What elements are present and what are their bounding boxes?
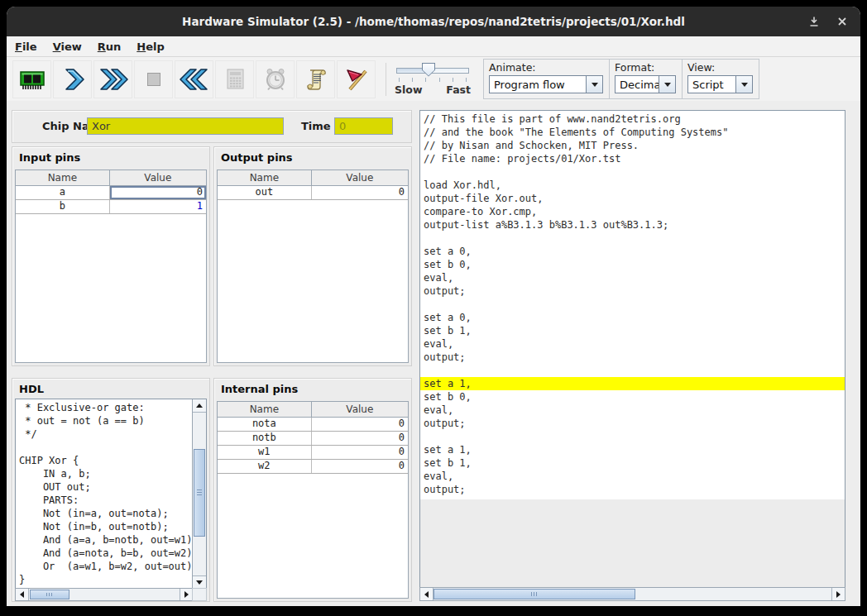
triangle-left-icon [424, 591, 429, 598]
hdl-panel: HDL * Exclusive-or gate: * out = not (a … [12, 378, 210, 602]
clock-button [256, 60, 295, 98]
menu-bar: File View Run Help [7, 36, 860, 57]
slider-ticks [395, 78, 471, 83]
stop-icon [141, 66, 167, 93]
chevron-down-icon [664, 83, 671, 87]
table-row: b 1 [16, 200, 206, 214]
pin-value-cell: 0 [312, 460, 408, 473]
animate-group: Animate: Program flow [483, 59, 610, 99]
triangle-up-icon [196, 404, 203, 408]
calculator-icon [222, 66, 248, 93]
run-button[interactable] [93, 60, 132, 98]
internal-pins-panel: Internal pins Name Value nota 0 notb 0 w… [213, 378, 412, 602]
table-row: a 0 [16, 186, 206, 200]
slider-slow-label: Slow [395, 84, 422, 96]
format-select-arrow[interactable] [659, 76, 675, 93]
minimize-icon [808, 16, 820, 27]
time-field: 0 [334, 117, 393, 135]
toolbar: Slow Fast Animate: Program flow Format: … [7, 57, 860, 102]
load-chip-button[interactable] [12, 60, 51, 98]
triangle-right-icon [184, 591, 189, 598]
minimize-button[interactable] [807, 15, 821, 28]
table-header: Name Value [218, 402, 408, 418]
table-row: nota 0 [218, 418, 408, 432]
internal-pins-title: Internal pins [214, 379, 411, 397]
output-pins-panel: Output pins Name Value out 0 [213, 146, 412, 366]
scroll-right-button[interactable] [831, 588, 845, 600]
main-content: Chip Name : Xor Time : 0 Input pins Name… [7, 101, 860, 606]
output-pins-title: Output pins [214, 147, 411, 165]
input-pins-panel: Input pins Name Value a 0 b 1 [12, 146, 210, 366]
table-header: Name Value [16, 170, 206, 186]
single-step-icon [60, 66, 86, 93]
hdl-code-view[interactable]: * Exclusive-or gate: * out = not (a == b… [15, 399, 207, 590]
menu-run[interactable]: Run [98, 41, 122, 53]
scroll-left-button[interactable] [16, 589, 29, 600]
table-row: w2 0 [218, 460, 408, 474]
pin-value-cell[interactable]: 0 [110, 186, 206, 199]
horizontal-scroll-thumb[interactable] [30, 590, 69, 599]
menu-view[interactable]: View [53, 41, 82, 53]
table-row: notb 0 [218, 432, 408, 446]
load-script-button[interactable] [296, 60, 335, 98]
single-step-button[interactable] [53, 60, 92, 98]
close-icon [837, 17, 847, 26]
triangle-left-icon [20, 591, 24, 598]
table-row: w1 0 [218, 446, 408, 460]
breakpoint-button[interactable] [337, 60, 376, 98]
hdl-horizontal-scrollbar[interactable] [15, 588, 194, 601]
chip-name-field[interactable]: Xor [87, 117, 284, 135]
vertical-scroll-thumb[interactable] [194, 449, 205, 537]
stop-button [134, 60, 173, 98]
menu-file[interactable]: File [15, 41, 37, 53]
animate-select-arrow[interactable] [586, 76, 602, 93]
scrollbar-corner [192, 588, 207, 601]
reset-icon [180, 66, 209, 93]
hdl-title: HDL [12, 379, 209, 397]
view-select[interactable]: Script [687, 75, 753, 93]
pin-value-cell[interactable]: 1 [110, 200, 206, 213]
calculator-button [215, 60, 254, 98]
menu-help[interactable]: Help [137, 41, 164, 53]
table-header: Name Value [218, 170, 408, 186]
script-horizontal-scrollbar[interactable] [419, 587, 845, 601]
run-icon [98, 66, 128, 93]
scroll-down-button[interactable] [193, 575, 206, 589]
title-bar: Hardware Simulator (2.5) - /home/thomas/… [7, 7, 860, 36]
close-button[interactable] [836, 15, 849, 28]
chevron-down-icon [741, 83, 748, 87]
speed-slider-thumb[interactable] [422, 63, 435, 77]
clock-icon [262, 66, 289, 93]
scroll-left-button[interactable] [420, 588, 434, 600]
view-select-arrow[interactable] [735, 76, 752, 93]
scroll-right-button[interactable] [180, 589, 193, 600]
script-view[interactable]: // This file is part of www.nand2tetris.… [419, 110, 845, 589]
pin-value-cell: 0 [312, 446, 408, 459]
script-code[interactable]: // This file is part of www.nand2tetris.… [420, 111, 845, 499]
hdl-vertical-scrollbar[interactable] [192, 399, 206, 589]
animate-select[interactable]: Program flow [489, 75, 603, 93]
input-pins-title: Input pins [12, 147, 209, 165]
input-pins-table: Name Value a 0 b 1 [15, 170, 207, 363]
reset-button[interactable] [175, 60, 213, 98]
format-select[interactable]: Decimal [615, 75, 676, 93]
pin-value-cell: 0 [312, 186, 408, 199]
hdl-code: * Exclusive-or gate: * out = not (a == b… [16, 399, 193, 589]
horizontal-scroll-track[interactable] [29, 589, 180, 600]
app-window: Hardware Simulator (2.5) - /home/thomas/… [7, 7, 860, 606]
breakpoint-flag-icon [343, 66, 370, 93]
animate-label: Animate: [489, 61, 603, 74]
triangle-right-icon [836, 591, 841, 598]
output-pins-table: Name Value out 0 [217, 170, 409, 363]
table-row: out 0 [218, 186, 408, 200]
format-label: Format: [615, 61, 676, 74]
horizontal-scroll-track[interactable] [434, 588, 831, 600]
scroll-up-button[interactable] [193, 399, 206, 413]
pin-value-cell: 0 [312, 418, 408, 431]
horizontal-scroll-thumb[interactable] [434, 589, 635, 599]
slider-fast-label: Fast [446, 84, 471, 96]
toolbar-dropdowns: Animate: Program flow Format: Decimal Vi… [484, 59, 759, 99]
speed-slider-group: Slow Fast [386, 63, 471, 96]
chip-header-panel: Chip Name : Xor Time : 0 [12, 110, 412, 143]
triangle-down-icon [196, 580, 203, 585]
